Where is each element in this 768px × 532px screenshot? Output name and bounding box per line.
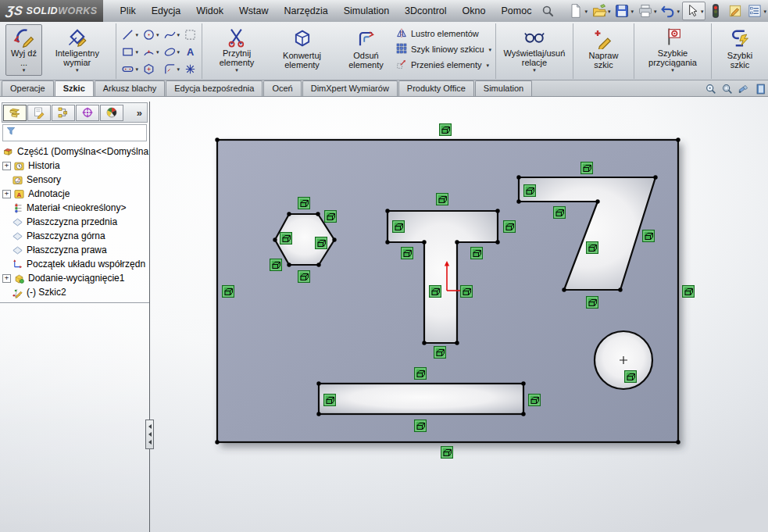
rectangle-tool-button[interactable]: ▾ [120, 45, 139, 59]
dropdown-arrow-icon[interactable]: ▾ [235, 67, 238, 74]
filter-input[interactable] [19, 126, 146, 140]
arc-tool-button[interactable]: ▾ [141, 45, 160, 59]
relation-icon[interactable] [270, 259, 282, 271]
sketch-vertex[interactable] [316, 412, 320, 416]
spline-tool-button[interactable]: ▾ [163, 28, 181, 41]
tree-root[interactable]: Część1 (Domyślna<<Domyślna [0, 145, 149, 159]
save-button[interactable]: ▾ [613, 2, 635, 20]
relation-icon[interactable] [683, 286, 695, 298]
tree-item-szkic2[interactable]: (-) Szkic2 [0, 285, 149, 299]
relation-icon[interactable] [504, 221, 516, 233]
relation-icon[interactable] [280, 233, 292, 245]
sketch-vertex[interactable] [595, 199, 599, 203]
sketch-vertex[interactable] [495, 240, 499, 244]
dropdown-arrow-icon[interactable]: ▾ [584, 9, 588, 14]
relation-icon[interactable] [298, 271, 310, 283]
dropdown-arrow-icon[interactable]: ▾ [486, 62, 489, 68]
relation-icon[interactable] [441, 447, 453, 459]
tree-item-płaszczyzna-górna[interactable]: Płaszczyzna górna [0, 229, 149, 243]
ellipse-tool-button[interactable]: ▾ [163, 45, 181, 59]
point-tool-button[interactable] [183, 62, 198, 76]
relation-icon[interactable] [581, 162, 593, 174]
tab-arkusz-blachy[interactable]: Arkusz blachy [95, 80, 165, 96]
relation-icon[interactable] [324, 395, 336, 406]
relation-icon[interactable] [415, 420, 427, 432]
sketch-vertex[interactable] [287, 262, 291, 266]
sketch-vertex[interactable] [516, 175, 520, 179]
repair-sketch-button[interactable]: Napraw szkic [577, 24, 630, 76]
move-entities-button[interactable]: Przenieś elementy▾ [395, 58, 491, 72]
file-properties-button[interactable] [726, 2, 745, 20]
dropdown-arrow-icon[interactable]: ▾ [654, 9, 657, 14]
sketch-vertex[interactable] [316, 212, 320, 216]
dropdown-arrow-icon[interactable]: ▾ [23, 67, 26, 74]
sketch-vertex[interactable] [385, 240, 389, 244]
sketch-vertex[interactable] [215, 137, 219, 141]
dropdown-arrow-icon[interactable]: ▾ [177, 49, 180, 55]
menu-widok[interactable]: Widok [188, 2, 231, 20]
relation-icon[interactable] [643, 230, 655, 242]
sketch-vertex[interactable] [676, 440, 680, 444]
dropdown-arrow-icon[interactable]: ▾ [677, 9, 680, 14]
dropdown-arrow-icon[interactable]: ▾ [630, 9, 634, 14]
quick-snaps-button[interactable]: Szybkie przyciągania▾ [638, 24, 707, 76]
select-button[interactable]: ▾ [682, 2, 706, 20]
dropdown-arrow-icon[interactable]: ▾ [701, 9, 704, 14]
sketch-vertex[interactable] [332, 237, 336, 241]
tree-item-materiał-nieokreślony[interactable]: Materiał <nieokreślony> [0, 201, 149, 215]
tab-oceń[interactable]: Oceń [263, 80, 301, 96]
tree-item-historia[interactable]: +Historia [0, 159, 149, 173]
menu-narzędzia[interactable]: Narzędzia [276, 2, 335, 20]
panel-splitter-handle[interactable] [145, 420, 154, 449]
sketch-vertex[interactable] [562, 287, 566, 291]
relation-icon[interactable] [430, 286, 441, 298]
dropdown-arrow-icon[interactable]: ▾ [489, 47, 492, 52]
smart-dimension-button[interactable]: Inteligentny wymiar▾ [42, 24, 112, 76]
relation-icon[interactable] [587, 297, 598, 309]
sketch-vertex[interactable] [455, 240, 459, 244]
dropdown-arrow-icon[interactable]: ▾ [177, 66, 180, 72]
mirror-entities-button[interactable]: Lustro elementów [395, 27, 491, 41]
sketch-vertex[interactable] [676, 137, 680, 141]
expand-plus-icon[interactable]: + [2, 190, 11, 198]
relation-icon[interactable] [440, 124, 452, 136]
relation-icon[interactable] [402, 248, 413, 259]
task-pane-button[interactable] [754, 83, 766, 98]
open-button[interactable]: ▾ [590, 2, 613, 20]
slot-tool-button[interactable]: ▾ [120, 62, 139, 76]
dropdown-arrow-icon[interactable]: ▾ [533, 67, 536, 74]
display-manager-tab[interactable] [100, 105, 123, 121]
sketch-vertex[interactable] [521, 381, 525, 385]
display-delete-relations-button[interactable]: Wyświetlaj/usuń relacje▾ [500, 24, 569, 76]
options-button[interactable]: ▾ [745, 2, 768, 20]
dropdown-arrow-icon[interactable]: ▾ [135, 49, 138, 55]
panel-flyout-chevron[interactable]: » [133, 107, 146, 119]
search-icon[interactable] [541, 4, 555, 19]
fillet-tool-button[interactable]: ▾ [163, 62, 181, 76]
menu-wstaw[interactable]: Wstaw [231, 2, 277, 20]
tree-filter[interactable] [2, 124, 147, 141]
bar-cutout[interactable] [319, 384, 523, 414]
dropdown-arrow-icon[interactable]: ▾ [763, 9, 766, 14]
menu-simulation[interactable]: Simulation [336, 2, 397, 20]
menu-3dcontrol[interactable]: 3Dcontrol [397, 2, 455, 20]
dimxpert-manager-tab[interactable] [76, 105, 99, 121]
line-tool-button[interactable]: ▾ [120, 28, 139, 41]
relation-icon[interactable] [298, 198, 310, 209]
tree-item-sensory[interactable]: Sensory [0, 173, 149, 187]
sketch-vertex[interactable] [287, 212, 291, 216]
tab-edycja-bezpośrednia[interactable]: Edycja bezpośrednia [166, 80, 263, 96]
sketch-vertex[interactable] [422, 240, 426, 244]
interference-lights-button[interactable] [706, 2, 725, 20]
zoom-in-button[interactable] [705, 83, 717, 98]
relation-icon[interactable] [393, 221, 405, 233]
trim-entities-button[interactable]: Przytnij elementy▾ [206, 24, 267, 76]
tab-szkic[interactable]: Szkic [55, 80, 94, 96]
tab-produkty-office[interactable]: Produkty Office [398, 80, 474, 96]
relation-icon[interactable] [625, 371, 637, 383]
convert-entities-button[interactable]: Konwertuj elementy [267, 24, 337, 76]
zoom-to-area-button[interactable] [721, 83, 734, 98]
relation-icon[interactable] [461, 286, 473, 298]
relation-icon[interactable] [524, 185, 536, 197]
selection-box-tool-button[interactable] [183, 28, 198, 41]
